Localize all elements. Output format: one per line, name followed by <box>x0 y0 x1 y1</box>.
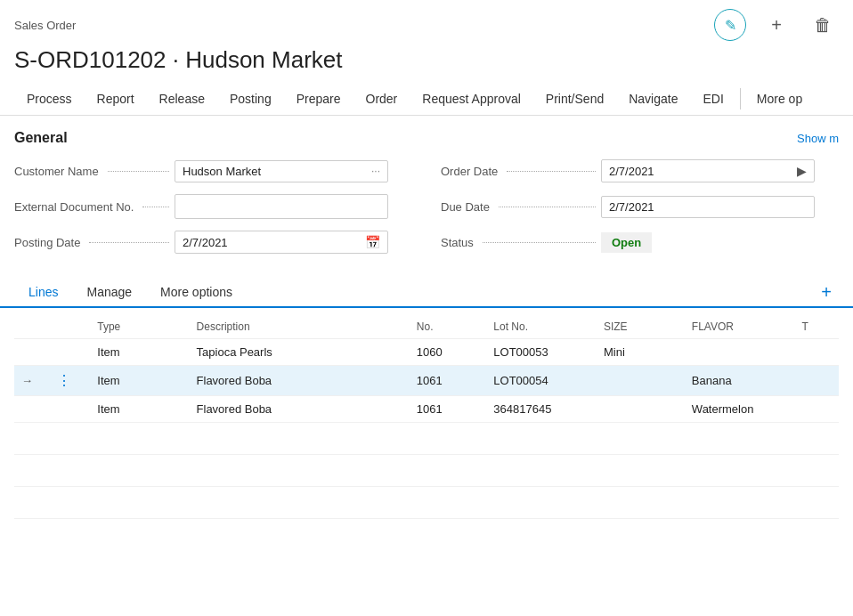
due-date-input[interactable]: 2/7/2021 <box>601 196 815 218</box>
row-flavor: Watermelon <box>685 396 795 423</box>
row-no: 1061 <box>410 396 487 423</box>
row-type: Item <box>90 396 189 423</box>
nav-posting[interactable]: Posting <box>217 83 284 115</box>
row-lot-no: LOT00054 <box>486 366 597 396</box>
external-doc-input[interactable] <box>175 194 388 219</box>
row-size <box>597 366 685 396</box>
general-section: General Show m Customer Name Hudson Mark… <box>0 116 853 256</box>
nav-release[interactable]: Release <box>147 83 217 115</box>
row-lot-no: LOT00053 <box>486 339 597 366</box>
nav-print-send[interactable]: Print/Send <box>533 83 616 115</box>
field-dots <box>507 171 596 172</box>
lines-tabs: Lines Manage More options + <box>0 278 853 308</box>
row-dots-cell[interactable]: ⋮ <box>46 366 90 396</box>
order-date-expand-icon[interactable]: ▶ <box>797 164 807 178</box>
due-date-label: Due Date <box>441 200 601 214</box>
nav-bar: Process Report Release Posting Prepare O… <box>0 83 853 116</box>
page-title: S-ORD101202 · Hudson Market <box>0 46 853 83</box>
tab-manage[interactable]: Manage <box>72 278 146 306</box>
nav-request-approval[interactable]: Request Approval <box>410 83 533 115</box>
order-date-value: 2/7/2021 <box>609 165 654 178</box>
col-desc-header: Description <box>190 315 410 339</box>
tab-lines[interactable]: Lines <box>14 278 72 308</box>
customer-name-input[interactable]: Hudson Market ··· <box>175 160 388 182</box>
row-arrow: → <box>21 374 33 387</box>
order-date-label: Order Date <box>441 165 601 178</box>
row-dots-cell <box>46 396 90 423</box>
table-row[interactable]: Item Tapioca Pearls 1060 LOT00053 Mini <box>14 339 839 366</box>
row-description: Tapioca Pearls <box>190 339 410 366</box>
row-size: Mini <box>597 339 685 366</box>
field-dots <box>89 242 169 243</box>
posting-date-value: 2/7/2021 <box>183 236 228 249</box>
row-flavor: Banana <box>685 366 795 396</box>
posting-date-field: Posting Date 2/7/2021 📅 <box>14 228 412 256</box>
row-t <box>794 396 839 423</box>
col-lotno-header: Lot No. <box>486 315 597 339</box>
nav-navigate[interactable]: Navigate <box>616 83 690 115</box>
row-flavor <box>685 339 795 366</box>
calendar-icon[interactable]: 📅 <box>365 235 380 249</box>
table-row[interactable]: Item Flavored Boba 1061 364817645 Waterm… <box>14 396 839 423</box>
order-date-input[interactable]: 2/7/2021 ▶ <box>601 159 815 182</box>
edit-button[interactable]: ✎ <box>714 9 746 41</box>
field-dots <box>142 207 169 207</box>
status-badge: Open <box>601 232 652 253</box>
plus-icon: + <box>771 15 782 36</box>
row-type: Item <box>90 339 189 366</box>
row-description: Flavored Boba <box>190 366 410 396</box>
row-size <box>597 396 685 423</box>
nav-more[interactable]: More op <box>744 83 815 115</box>
row-lot-no: 364817645 <box>486 396 597 423</box>
row-type: Item <box>90 366 189 396</box>
customer-name-value: Hudson Market <box>183 165 261 178</box>
row-description: Flavored Boba <box>190 396 410 423</box>
empty-row <box>14 423 839 455</box>
edit-icon: ✎ <box>725 17 736 34</box>
page-subtitle: Sales Order <box>14 19 76 32</box>
customer-name-field: Customer Name Hudson Market ··· <box>14 157 412 185</box>
col-arrow-header <box>14 315 46 339</box>
col-size-header: SIZE <box>597 315 685 339</box>
tab-more-options[interactable]: More options <box>146 278 247 306</box>
field-dots <box>499 207 596 207</box>
empty-row <box>14 487 839 519</box>
row-arrow-cell <box>14 339 46 366</box>
general-title: General <box>14 130 68 146</box>
row-context-menu[interactable]: ⋮ <box>53 373 75 388</box>
lines-table: Type Description No. Lot No. SIZE FLAVOR… <box>14 315 839 519</box>
nav-report[interactable]: Report <box>85 83 147 115</box>
nav-process[interactable]: Process <box>14 83 85 115</box>
row-t <box>794 339 839 366</box>
lines-table-wrap: Type Description No. Lot No. SIZE FLAVOR… <box>0 315 853 519</box>
nav-divider <box>740 88 741 109</box>
row-arrow-cell: → <box>14 366 46 396</box>
col-flavor-header: FLAVOR <box>685 315 795 339</box>
lines-add-button[interactable]: + <box>814 279 839 306</box>
nav-order[interactable]: Order <box>353 83 410 115</box>
row-t <box>794 366 839 396</box>
lines-section: Lines Manage More options + Type Descrip… <box>0 278 853 519</box>
posting-date-input[interactable]: 2/7/2021 📅 <box>175 231 388 254</box>
add-button[interactable]: + <box>760 9 792 41</box>
due-date-field: Due Date 2/7/2021 <box>441 192 839 221</box>
status-label: Status <box>441 236 601 249</box>
lookup-icon[interactable]: ··· <box>371 165 380 177</box>
col-t-header: T <box>794 315 839 339</box>
external-doc-label: External Document No. <box>14 200 175 214</box>
nav-prepare[interactable]: Prepare <box>284 83 353 115</box>
col-no-header: No. <box>410 315 487 339</box>
status-field: Status Open <box>441 228 839 256</box>
col-type-header: Type <box>90 315 189 339</box>
empty-row <box>14 455 839 487</box>
nav-edi[interactable]: EDI <box>690 83 735 115</box>
field-dots <box>108 171 169 172</box>
field-dots <box>483 242 596 243</box>
due-date-value: 2/7/2021 <box>609 200 654 214</box>
delete-button[interactable]: 🗑 <box>807 9 839 41</box>
show-more-link[interactable]: Show m <box>797 132 839 145</box>
col-dots-header <box>46 315 90 339</box>
table-row[interactable]: → ⋮ Item Flavored Boba 1061 LOT00054 Ban… <box>14 366 839 396</box>
order-date-field: Order Date 2/7/2021 ▶ <box>441 157 839 185</box>
row-no: 1061 <box>410 366 487 396</box>
